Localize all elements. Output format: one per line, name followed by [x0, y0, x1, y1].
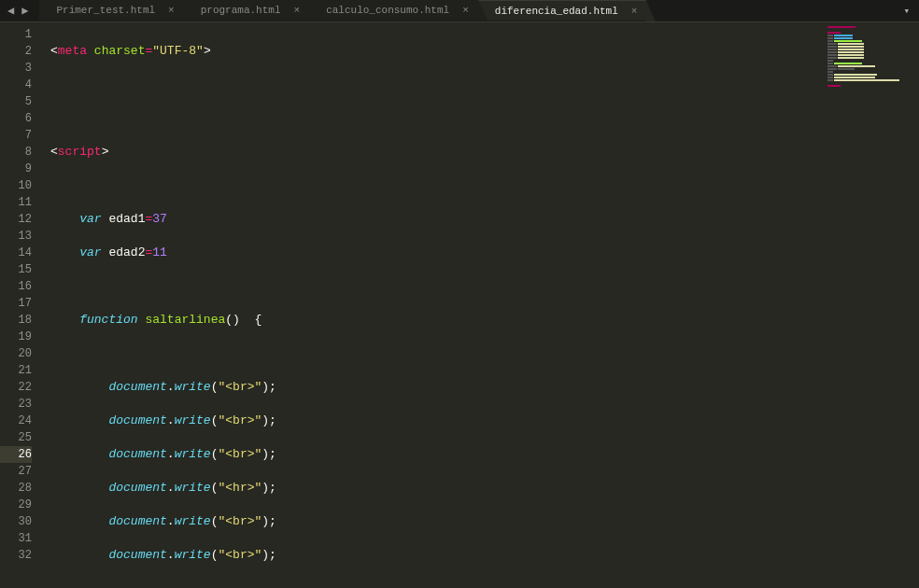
- code-token: edad2: [102, 245, 146, 259]
- code-token: meta: [58, 44, 87, 58]
- line-number: 32: [0, 547, 32, 564]
- code-content[interactable]: <meta charset="UTF-8"> <script> var edad…: [41, 22, 919, 588]
- code-token: ;: [269, 413, 276, 427]
- line-number: 26: [0, 446, 32, 463]
- code-token: ): [262, 514, 269, 528]
- code-token: 11: [152, 245, 167, 259]
- close-icon[interactable]: ×: [631, 1, 638, 21]
- code-token: ): [262, 413, 269, 427]
- tab-label: Primer_test.html: [56, 0, 155, 21]
- tab-primer-test[interactable]: Primer_test.html ×: [39, 0, 183, 21]
- tab-label: calculo_consumo.html: [326, 0, 449, 21]
- code-token: write: [175, 413, 211, 427]
- code-token: var: [79, 212, 101, 226]
- line-number: 30: [0, 513, 32, 530]
- line-number: 27: [0, 463, 32, 480]
- minimap[interactable]: [827, 26, 912, 101]
- code-token: document: [108, 514, 166, 528]
- code-token: "<br>": [218, 514, 262, 528]
- line-number: 10: [0, 177, 32, 194]
- code-token: ): [262, 481, 269, 495]
- line-number: 17: [0, 295, 32, 312]
- line-number: 5: [0, 93, 32, 110]
- line-number: 20: [0, 345, 32, 362]
- close-icon[interactable]: ×: [168, 0, 175, 21]
- code-token: document: [108, 481, 166, 495]
- code-token: document: [108, 380, 166, 394]
- code-token: "<br>": [218, 548, 262, 562]
- code-token: <: [50, 44, 58, 58]
- line-number: 7: [0, 127, 32, 144]
- line-number: 29: [0, 497, 32, 513]
- line-number: 14: [0, 245, 32, 261]
- tab-bar: Primer_test.html × programa.html × calcu…: [39, 0, 646, 21]
- tab-diferencia-edad[interactable]: diferencia_edad.html ×: [478, 0, 647, 21]
- line-number: 9: [0, 161, 32, 177]
- line-number: 12: [0, 211, 32, 228]
- code-token: ): [262, 548, 269, 562]
- code-token: write: [175, 514, 211, 528]
- line-number-gutter: 1 2 3 4 5 6 7 8 9 10 11 12 13 14 15 16 1…: [0, 22, 41, 588]
- line-number: 24: [0, 413, 32, 429]
- code-token: >: [102, 145, 109, 159]
- code-token: .: [167, 481, 175, 495]
- code-token: ;: [269, 548, 276, 562]
- line-number: 21: [0, 362, 32, 379]
- code-token: "<br>": [218, 413, 262, 427]
- code-token: "<br>": [218, 380, 262, 394]
- code-token: document: [108, 447, 166, 461]
- line-number: 6: [0, 110, 32, 127]
- line-number: 16: [0, 278, 32, 295]
- line-number: 28: [0, 480, 32, 497]
- nav-back-icon[interactable]: ◀: [6, 4, 16, 18]
- line-number: 23: [0, 396, 32, 413]
- code-token: write: [175, 380, 211, 394]
- code-token: .: [167, 447, 175, 461]
- line-number: 1: [0, 26, 32, 43]
- code-token: var: [79, 245, 101, 259]
- code-token: ): [262, 380, 269, 394]
- code-token: "UTF-8": [152, 44, 204, 58]
- code-token: script: [58, 145, 102, 159]
- code-token: ;: [269, 481, 276, 495]
- tab-calculo-consumo[interactable]: calculo_consumo.html ×: [309, 0, 478, 21]
- line-number: 2: [0, 43, 32, 60]
- code-token: .: [167, 514, 175, 528]
- code-token: .: [167, 380, 175, 394]
- code-token: (: [225, 313, 233, 327]
- nav-forward-icon[interactable]: ▶: [20, 4, 30, 18]
- code-token: "<br>": [218, 447, 262, 461]
- code-token: ;: [269, 514, 276, 528]
- line-number: 4: [0, 77, 32, 93]
- code-token: document: [108, 548, 166, 562]
- tab-programa[interactable]: programa.html ×: [184, 0, 309, 21]
- close-icon[interactable]: ×: [462, 0, 469, 21]
- code-token: write: [175, 481, 211, 495]
- code-token: ): [233, 313, 240, 327]
- code-token: {: [255, 313, 262, 327]
- code-token: edad1: [102, 212, 146, 226]
- code-token: ;: [269, 447, 276, 461]
- line-number: 22: [0, 379, 32, 396]
- line-number: 8: [0, 144, 32, 161]
- line-number: 18: [0, 312, 32, 329]
- code-token: ): [262, 447, 269, 461]
- editor[interactable]: 1 2 3 4 5 6 7 8 9 10 11 12 13 14 15 16 1…: [0, 22, 919, 588]
- code-token: "<hr>": [218, 481, 262, 495]
- close-icon[interactable]: ×: [294, 0, 301, 21]
- line-number: 19: [0, 329, 32, 345]
- title-bar: ◀ ▶ Primer_test.html × programa.html × c…: [0, 0, 919, 22]
- code-token: charset: [94, 44, 146, 58]
- dropdown-icon[interactable]: ▾: [899, 5, 913, 17]
- code-token: <: [50, 145, 58, 159]
- line-number: 11: [0, 194, 32, 211]
- tab-label: diferencia_edad.html: [495, 1, 618, 21]
- code-token: >: [204, 44, 211, 58]
- code-token: document: [108, 413, 166, 427]
- code-token: .: [167, 413, 175, 427]
- line-number: 31: [0, 530, 32, 547]
- code-token: ;: [269, 380, 276, 394]
- tab-label: programa.html: [201, 0, 281, 21]
- code-token: write: [175, 548, 211, 562]
- line-number: 3: [0, 60, 32, 77]
